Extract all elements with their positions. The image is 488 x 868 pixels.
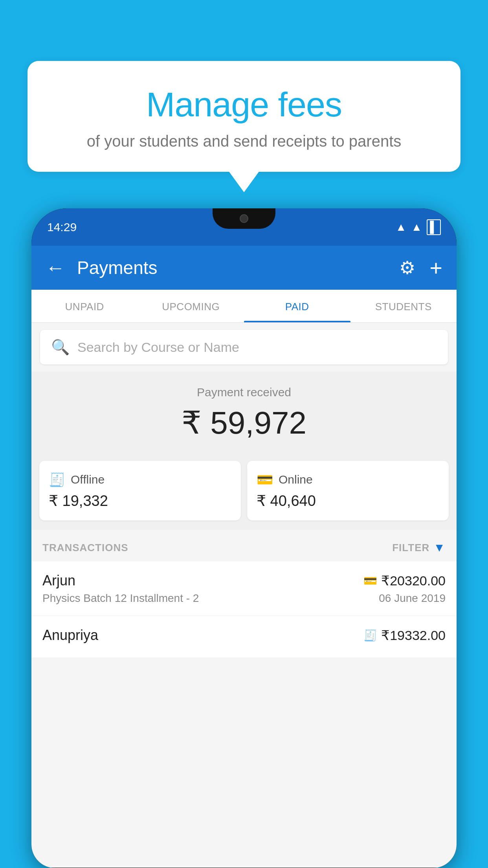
- offline-amount: ₹ 19,332: [49, 492, 231, 509]
- tab-students[interactable]: STUDENTS: [350, 290, 457, 322]
- offline-icon: 🧾: [49, 472, 65, 487]
- transaction-date-arjun: 06 June 2019: [379, 592, 446, 605]
- online-card-header: 💳 Online: [257, 472, 439, 487]
- notch: [213, 208, 275, 229]
- filter-icon: ▼: [433, 541, 446, 554]
- online-pay-icon: 💳: [363, 574, 377, 587]
- signal-icon: ▲: [411, 221, 422, 234]
- speech-bubble-subtitle: of your students and send receipts to pa…: [47, 132, 441, 150]
- transactions-header: TRANSACTIONS FILTER ▼: [31, 530, 457, 561]
- filter-button[interactable]: FILTER ▼: [392, 541, 446, 554]
- screen-content: 🔍 Search by Course or Name Payment recei…: [31, 323, 457, 868]
- table-row[interactable]: Anupriya 🧾 ₹19332.00: [31, 616, 457, 658]
- background: Manage fees of your students and send re…: [0, 0, 488, 868]
- offline-pay-icon: 🧾: [363, 629, 377, 642]
- transaction-top-arjun: Arjun 💳 ₹20320.00: [42, 572, 446, 589]
- app-bar-title: Payments: [77, 257, 387, 278]
- payment-cards: 🧾 Offline ₹ 19,332 💳 Online ₹ 40,640: [31, 453, 457, 530]
- add-icon[interactable]: +: [429, 255, 442, 281]
- online-label: Online: [279, 473, 313, 486]
- transaction-name-arjun: Arjun: [42, 572, 75, 589]
- table-row[interactable]: Arjun 💳 ₹20320.00 Physics Batch 12 Insta…: [31, 561, 457, 616]
- tab-unpaid[interactable]: UNPAID: [31, 290, 138, 322]
- payment-amount: ₹ 59,972: [39, 405, 449, 441]
- speech-bubble: Manage fees of your students and send re…: [28, 61, 460, 172]
- transaction-top-anupriya: Anupriya 🧾 ₹19332.00: [42, 627, 446, 644]
- transaction-amount-anupriya: 🧾 ₹19332.00: [363, 627, 446, 643]
- payment-label: Payment received: [39, 386, 449, 399]
- status-icons: ▲ ▲ ▌: [396, 219, 441, 235]
- settings-icon[interactable]: ⚙: [399, 257, 415, 278]
- back-button[interactable]: ←: [46, 256, 65, 279]
- tabs-container: UNPAID UPCOMING PAID STUDENTS: [31, 290, 457, 323]
- camera: [240, 214, 248, 223]
- online-icon: 💳: [257, 472, 273, 487]
- status-time: 14:29: [47, 221, 77, 234]
- search-placeholder: Search by Course or Name: [77, 340, 239, 355]
- phone-frame: 14:29 ▲ ▲ ▌ ← Payments ⚙ + UNPAI: [31, 208, 457, 868]
- search-icon: 🔍: [51, 338, 70, 356]
- online-card: 💳 Online ₹ 40,640: [247, 461, 449, 520]
- transaction-amount-arjun: 💳 ₹20320.00: [363, 573, 446, 588]
- offline-label: Offline: [71, 473, 105, 486]
- filter-label: FILTER: [392, 542, 429, 554]
- tab-upcoming[interactable]: UPCOMING: [138, 290, 244, 322]
- wifi-icon: ▲: [396, 221, 407, 234]
- transaction-bottom-arjun: Physics Batch 12 Installment - 2 06 June…: [42, 592, 446, 605]
- app-bar: ← Payments ⚙ +: [31, 246, 457, 290]
- status-bar: 14:29 ▲ ▲ ▌: [31, 208, 457, 246]
- tab-paid[interactable]: PAID: [244, 290, 350, 322]
- transaction-name-anupriya: Anupriya: [42, 627, 98, 644]
- offline-card: 🧾 Offline ₹ 19,332: [39, 461, 241, 520]
- transactions-label: TRANSACTIONS: [42, 542, 128, 554]
- search-bar[interactable]: 🔍 Search by Course or Name: [40, 330, 448, 364]
- battery-icon: ▌: [427, 219, 441, 235]
- app-bar-actions: ⚙ +: [399, 255, 442, 281]
- online-amount: ₹ 40,640: [257, 492, 439, 509]
- transaction-desc-arjun: Physics Batch 12 Installment - 2: [42, 592, 199, 605]
- payment-summary: Payment received ₹ 59,972: [31, 371, 457, 453]
- speech-bubble-title: Manage fees: [47, 85, 441, 125]
- offline-card-header: 🧾 Offline: [49, 472, 231, 487]
